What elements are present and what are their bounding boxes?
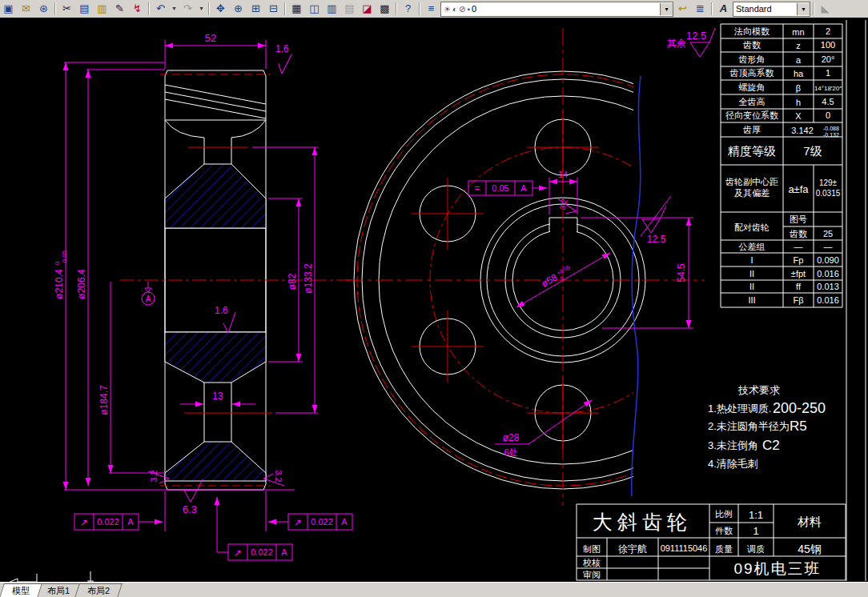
hatch-hub-bottom [165, 332, 266, 383]
layer-combo[interactable]: ☀ ◐ ⊘ ▪ 0 ▾ [440, 2, 673, 17]
layer-lock-icon[interactable]: ⊘ [459, 5, 465, 14]
svg-text:z: z [796, 41, 801, 50]
svg-text:技术要求: 技术要求 [737, 384, 780, 396]
svg-text:100: 100 [821, 40, 835, 50]
svg-text:X: X [795, 111, 802, 121]
symmetry-frame: = 0.05 A [468, 181, 547, 195]
separator [208, 2, 210, 15]
svg-text:ha: ha [794, 69, 804, 78]
redo-dropdown-icon[interactable]: ▾ [197, 2, 206, 16]
dim-d206: ø206.4 [76, 269, 87, 299]
layer-freeze-icon[interactable]: ◐ [452, 5, 457, 14]
svg-text:2.未注圆角半径为: 2.未注圆角半径为 [708, 420, 790, 432]
svg-text:件数: 件数 [715, 526, 733, 535]
svg-text:7级: 7级 [803, 144, 822, 158]
svg-text:ø58: ø58 [540, 271, 560, 290]
help-icon[interactable]: ? [400, 2, 416, 16]
text-style-combo[interactable]: Standard ▾ [733, 2, 810, 17]
publish-icon[interactable]: ✉ [18, 2, 34, 16]
datum-a-flag: A [142, 282, 155, 305]
layer-previous-icon[interactable]: ↩ [674, 2, 691, 16]
copy-icon[interactable]: ▤ [76, 2, 93, 16]
finish-3.2-keyway: 3.2 [558, 198, 569, 211]
tab-layout2[interactable]: 布局2 [74, 583, 123, 597]
layer-current-value: 0 [472, 4, 476, 14]
svg-text:1:1: 1:1 [749, 509, 763, 521]
layer-states-icon[interactable]: ≣ [692, 2, 709, 16]
svg-text:12.5: 12.5 [686, 30, 706, 42]
undo-dropdown-icon[interactable]: ▾ [170, 2, 179, 16]
svg-text:Fβ: Fβ [793, 295, 803, 305]
layer-combo-dropdown-icon[interactable]: ▾ [660, 3, 673, 15]
text-style-dropdown-icon[interactable]: ▾ [797, 3, 810, 15]
svg-text:↗: ↗ [294, 517, 302, 528]
svg-text:ff: ff [796, 282, 802, 291]
layers-icon[interactable]: ≡ [423, 2, 440, 16]
gear-parameter-table: 法向模数mn2 齿数z100 齿形角a20° 齿顶高系数ha1 螺旋角β14°1… [721, 24, 842, 307]
svg-text:=: = [475, 183, 480, 193]
svg-text:↗: ↗ [80, 517, 88, 528]
svg-text:II: II [749, 282, 754, 291]
svg-text:-0.05: -0.05 [61, 250, 68, 265]
svg-text:200-250: 200-250 [773, 400, 826, 416]
svg-text:4.5: 4.5 [822, 97, 834, 106]
separator [148, 2, 150, 15]
layout-tabbar: 模型 布局1 布局2 [0, 582, 868, 597]
tab-model[interactable]: 模型 [0, 583, 42, 597]
runout-frame-bottom: ↗ 0.022 A [217, 497, 292, 560]
sheet-set-icon[interactable]: ▤ [341, 2, 358, 16]
paste-icon[interactable]: ▥ [94, 2, 111, 16]
svg-text:0.090: 0.090 [817, 255, 839, 265]
svg-text:齿数: 齿数 [789, 229, 807, 238]
layer-color-swatch: ▪ [467, 5, 470, 14]
svg-text:a: a [796, 55, 802, 65]
svg-text:制图: 制图 [583, 544, 601, 554]
properties-icon[interactable]: ▦ [288, 2, 305, 16]
calculator-icon[interactable]: ▩ [376, 2, 393, 16]
helix-lines [165, 85, 266, 118]
hatch-rim-bottom [165, 442, 266, 481]
undo-icon[interactable]: ↶ [152, 2, 169, 16]
svg-text:精度等级: 精度等级 [727, 144, 776, 158]
layer-on-icon[interactable]: ☀ [444, 5, 451, 14]
svg-text:齿厚: 齿厚 [742, 125, 761, 134]
zoom-window-icon[interactable]: ⊞ [247, 2, 264, 16]
svg-text:Fp: Fp [794, 255, 804, 265]
dim-d28-note: 6处 [504, 447, 517, 457]
design-center-icon[interactable]: ◫ [306, 2, 323, 16]
svg-text:0: 0 [559, 275, 565, 282]
separator [396, 2, 397, 15]
svg-text:β: β [796, 83, 801, 93]
runout-frame-right: ↗ 0.022 A [266, 491, 352, 531]
svg-text:3.未注倒角: 3.未注倒角 [708, 439, 758, 451]
svg-text:3.142: 3.142 [791, 126, 814, 135]
hyperlink-icon[interactable]: ⊛ [35, 2, 52, 16]
svg-text:—: — [794, 242, 803, 251]
svg-text:-0.132: -0.132 [823, 132, 839, 138]
svg-text:III: III [748, 295, 755, 305]
drawing-canvas[interactable]: 52 1.6 ø210.4 0 -0.05 ø206.4 ø184.7 ø82 … [0, 18, 868, 582]
text-style-icon[interactable]: A [715, 2, 732, 16]
cut-icon[interactable]: ✂ [58, 2, 75, 16]
svg-text:R5: R5 [790, 419, 807, 434]
match-properties-icon[interactable]: ✎ [111, 2, 128, 16]
finish-12.5: 12.5 [647, 234, 666, 245]
svg-text:0.016: 0.016 [817, 269, 839, 278]
side-view-centerlines [120, 74, 356, 486]
zoom-previous-icon[interactable]: ⊟ [265, 2, 282, 16]
redo-icon[interactable]: ↷ [179, 2, 196, 16]
gear-drawing: 52 1.6 ø210.4 0 -0.05 ø206.4 ø184.7 ø82 … [0, 18, 868, 582]
zoom-realtime-icon[interactable]: ⊕ [230, 2, 247, 16]
face-view [346, 28, 772, 506]
apply-styles-icon[interactable]: ↯ [129, 2, 146, 16]
svg-text:0.013: 0.013 [817, 282, 839, 291]
pan-icon[interactable]: ✥ [212, 2, 229, 16]
svg-text:公差组: 公差组 [739, 242, 766, 251]
crosshair-cursor [78, 571, 102, 582]
markup-icon[interactable]: ◪ [359, 2, 376, 16]
finish-1.6-top-icon [277, 52, 291, 74]
print-preview-icon[interactable]: ▣ [0, 2, 17, 16]
partial-toolbar-icon[interactable]: ◣ [817, 2, 834, 16]
tool-palettes-icon[interactable]: ▥ [323, 2, 340, 16]
dim-d82: ø82 [287, 273, 298, 290]
